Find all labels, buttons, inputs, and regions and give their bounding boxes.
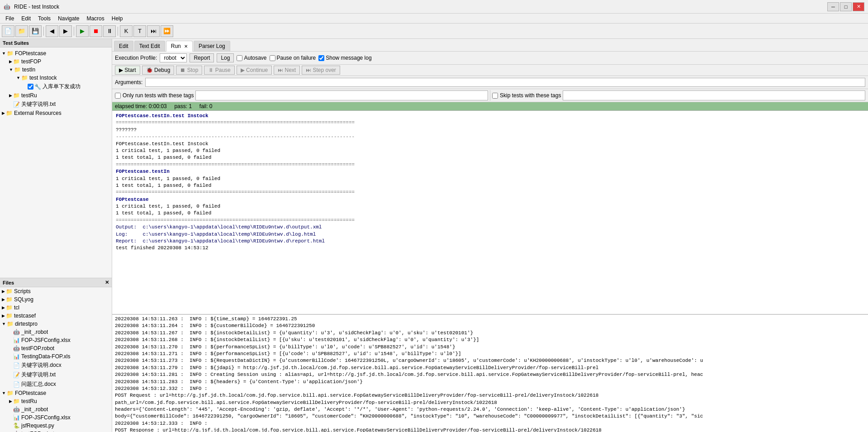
title-bar: 🤖 RIDE - test Instock ─ □ ✕: [0, 0, 868, 14]
toolbar-run[interactable]: ▶: [76, 25, 89, 37]
test-checkbox[interactable]: [28, 84, 33, 90]
files-item-init-robot[interactable]: ▶ 🤖 _init_.robot: [0, 328, 112, 336]
next-button[interactable]: ⏭ Next: [274, 66, 300, 75]
expand-external[interactable]: ▶: [2, 111, 5, 115]
app-icon: 🤖: [4, 4, 10, 10]
close-button[interactable]: ✕: [853, 2, 864, 11]
files-item-jsfrequest-py[interactable]: ▶ 🐍 jsfRequest.py: [0, 422, 112, 430]
toolbar-open[interactable]: 📁: [15, 25, 28, 37]
test-icon: 🔧: [34, 84, 41, 90]
toolbar-sep3: [118, 27, 118, 36]
tab-edit[interactable]: Edit: [114, 41, 133, 51]
tree-item-external[interactable]: ▶ 📁 External Resources: [0, 109, 112, 117]
expand-testru[interactable]: ▶: [9, 93, 12, 98]
toolbar-step[interactable]: ⏭: [147, 25, 160, 37]
expand-testin[interactable]: ▼: [9, 67, 13, 72]
menu-help[interactable]: Help: [108, 14, 127, 23]
tree-item-test1[interactable]: ▶ 🔧 入库单下发成功: [0, 82, 112, 91]
maximize-button[interactable]: □: [840, 2, 852, 11]
tree-item-testinstock[interactable]: ▼ 📁 test Instock: [0, 74, 112, 82]
stop-button[interactable]: ⏹ Stop: [176, 66, 202, 75]
start-button[interactable]: ▶ Start: [115, 66, 140, 75]
toolbar-pause[interactable]: ⏸: [103, 25, 116, 37]
files-item-fop-jsf-config[interactable]: ▶ 📊 FOP-JSFConfig.xlsx: [0, 336, 112, 344]
files-item-tcl[interactable]: ▶ 📁 tcl: [0, 304, 112, 312]
menu-file[interactable]: File: [2, 14, 18, 23]
files-item-testfop-robot2[interactable]: ▶ 🤖 testFOP.robot: [0, 430, 112, 432]
debug-button[interactable]: 🐞 Debug: [142, 66, 175, 75]
tree-item-testfop[interactable]: ▶ 📁 testFOP: [0, 57, 112, 66]
minimize-button[interactable]: ─: [827, 2, 839, 11]
folder-icon: 📁: [21, 75, 28, 81]
toolbar: 📄 📁 💾 ◀ ▶ ▶ ⏹ ⏸ K T ⏭ ⏩: [0, 24, 868, 39]
log-area[interactable]: 20220308 14:53:11.263 : INFO : ${time_st…: [112, 314, 868, 432]
only-run-label: Only run tests with these tags: [123, 92, 194, 99]
expand-testinstock[interactable]: ▼: [16, 76, 20, 80]
files-item-init-robot2[interactable]: ▶ 🤖 _init_.robot: [0, 405, 112, 413]
continue-button[interactable]: ▶ Continue: [237, 66, 272, 75]
pause-on-failure-checkbox[interactable]: [270, 55, 275, 61]
tab-run[interactable]: Run ✕: [166, 41, 193, 52]
toolbar-back[interactable]: ◀: [46, 25, 58, 37]
tree-item-keyword-txt[interactable]: ▶ 📝 关键字说明.txt: [0, 100, 112, 109]
files-panel: Files ✕ ▶ 📁 Scripts ▶ 📁 SQLyog ▶: [0, 278, 112, 432]
autosave-checkbox[interactable]: [237, 55, 242, 61]
tab-run-close[interactable]: ✕: [184, 44, 188, 49]
skip-tests-input[interactable]: [563, 90, 865, 100]
toolbar-forward[interactable]: ▶: [59, 25, 72, 37]
toolbar-k[interactable]: K: [120, 25, 133, 37]
tree-item-foptestcase[interactable]: ▼ 📁 FOPtestcase: [0, 49, 112, 57]
files-item-sqlyog[interactable]: ▶ 📁 SQLyog: [0, 295, 112, 304]
toolbar-t[interactable]: T: [133, 25, 146, 37]
skip-tests-col: Skip tests with these tags: [492, 90, 865, 100]
folder-icon: 📁: [13, 92, 20, 99]
show-message-log-checkbox[interactable]: [318, 55, 324, 61]
files-item-keyword-docx[interactable]: ▶ 📄 关键字说明.docx: [0, 361, 112, 370]
toolbar-sep2: [74, 27, 74, 36]
output-text[interactable]: FOPtestcase.testIn.test Instock=========…: [112, 111, 868, 314]
folder-icon: 📁: [7, 50, 14, 57]
tree-item-testru[interactable]: ▶ 📁 testRu: [0, 91, 112, 100]
show-message-log-label: Show message log: [318, 55, 371, 61]
expand-foptestcase[interactable]: ▼: [2, 51, 6, 56]
tab-parserlog[interactable]: Parser Log: [194, 41, 230, 51]
step-over-button[interactable]: ⏭ Step over: [302, 66, 340, 75]
tree-item-testin[interactable]: ▼ 📁 testIn: [0, 66, 112, 74]
test-suites-tree: ▼ 📁 FOPtestcase ▶ 📁 testFOP ▼ 📁 testIn ▼…: [0, 47, 112, 278]
files-item-testingdata-fop[interactable]: ▶ 📊 TestingData-FOP.xls: [0, 352, 112, 361]
execution-profile-select[interactable]: robot pybot jybot: [160, 53, 187, 62]
files-tree: ▶ 📁 Scripts ▶ 📁 SQLyog ▶ 📁 tcl: [0, 287, 112, 432]
files-item-foptestcase-dir[interactable]: ▼ 📁 FOPtestcase: [0, 389, 112, 397]
files-item-testfop-robot[interactable]: ▶ 🤖 testFOP.robot: [0, 344, 112, 352]
toolbar-step2[interactable]: ⏩: [161, 25, 173, 37]
toolbar-stop[interactable]: ⏹: [90, 25, 102, 37]
skip-tests-checkbox[interactable]: [492, 93, 498, 99]
only-run-input[interactable]: [195, 90, 488, 100]
files-item-scripts[interactable]: ▶ 📁 Scripts: [0, 287, 112, 295]
arguments-input[interactable]: [145, 78, 865, 87]
toolbar-new[interactable]: 📄: [2, 25, 14, 37]
log-button[interactable]: Log: [217, 53, 234, 62]
menu-edit[interactable]: Edit: [18, 14, 34, 23]
toolbar-save[interactable]: 💾: [29, 25, 42, 37]
files-item-issues-docx[interactable]: ▶ 📄 问题汇总.docx: [0, 380, 112, 389]
arguments-row: Arguments:: [112, 76, 868, 89]
files-close-btn[interactable]: ✕: [105, 280, 109, 285]
files-item-dirtestpro[interactable]: ▼ 📁 dirtestpro: [0, 320, 112, 328]
files-item-fop-jsf2[interactable]: ▶ 📊 FOP-JSFConfig.xlsx: [0, 413, 112, 422]
folder-icon: 📁: [13, 58, 20, 65]
files-item-testru-sub[interactable]: ▶ 📁 testRu: [0, 397, 112, 405]
report-button[interactable]: Report: [190, 53, 214, 62]
menu-navigate[interactable]: Navigate: [54, 14, 83, 23]
pause-button[interactable]: ⏸ Pause: [204, 66, 234, 75]
menu-macros[interactable]: Macros: [83, 14, 108, 23]
right-panel: Edit Text Edit Run ✕ Parser Log Executio…: [112, 39, 868, 432]
tab-textedit[interactable]: Text Edit: [134, 41, 165, 51]
menu-tools[interactable]: Tools: [34, 14, 54, 23]
files-item-keyword-txt2[interactable]: ▶ 📝 关键字说明.txt: [0, 370, 112, 380]
tags-separator: [490, 90, 490, 101]
only-run-checkbox[interactable]: [115, 93, 121, 99]
expand-testfop[interactable]: ▶: [9, 59, 12, 64]
left-panel: Test Suites ▼ 📁 FOPtestcase ▶ 📁 testFOP …: [0, 39, 112, 432]
files-item-testcasef[interactable]: ▶ 📁 testcasef: [0, 312, 112, 320]
